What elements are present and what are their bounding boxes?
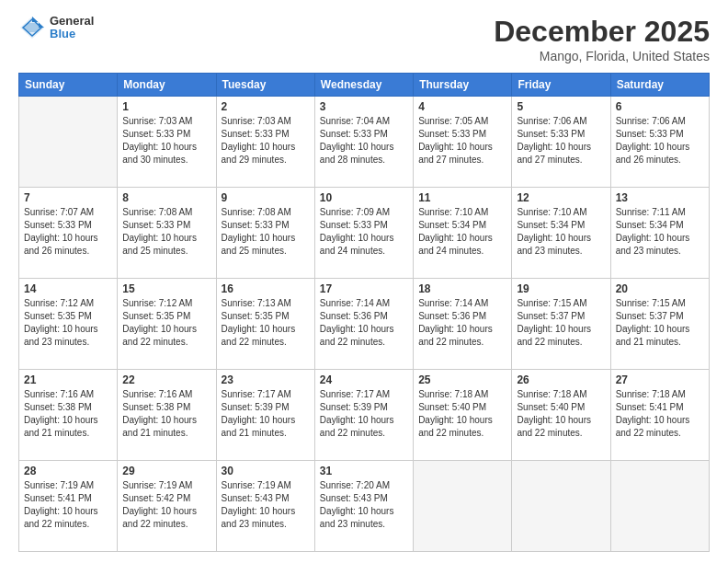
day-info: Sunrise: 7:17 AM Sunset: 5:39 PM Dayligh…	[222, 388, 310, 440]
table-row: 18Sunrise: 7:14 AM Sunset: 5:36 PM Dayli…	[414, 279, 512, 370]
day-info: Sunrise: 7:09 AM Sunset: 5:33 PM Dayligh…	[320, 206, 408, 258]
table-row	[610, 461, 709, 552]
table-row: 28Sunrise: 7:19 AM Sunset: 5:41 PM Dayli…	[19, 461, 118, 552]
logo-text: General Blue	[50, 15, 94, 41]
logo: General Blue	[18, 15, 94, 41]
table-row: 10Sunrise: 7:09 AM Sunset: 5:33 PM Dayli…	[314, 188, 413, 279]
logo-general: General	[50, 15, 94, 28]
table-row: 26Sunrise: 7:18 AM Sunset: 5:40 PM Dayli…	[512, 370, 610, 461]
table-row: 2Sunrise: 7:03 AM Sunset: 5:33 PM Daylig…	[216, 97, 314, 188]
day-number: 17	[320, 282, 408, 295]
col-sunday: Sunday	[19, 74, 118, 97]
day-number: 13	[616, 191, 704, 204]
day-number: 16	[222, 282, 310, 295]
day-number: 12	[517, 191, 605, 204]
day-info: Sunrise: 7:06 AM Sunset: 5:33 PM Dayligh…	[616, 115, 704, 167]
calendar-week-row: 21Sunrise: 7:16 AM Sunset: 5:38 PM Dayli…	[19, 370, 710, 461]
day-info: Sunrise: 7:13 AM Sunset: 5:35 PM Dayligh…	[222, 297, 310, 349]
day-info: Sunrise: 7:12 AM Sunset: 5:35 PM Dayligh…	[24, 297, 112, 349]
col-thursday: Thursday	[414, 74, 512, 97]
col-monday: Monday	[118, 74, 216, 97]
day-number: 5	[517, 100, 605, 113]
day-info: Sunrise: 7:12 AM Sunset: 5:35 PM Dayligh…	[122, 297, 210, 349]
table-row: 3Sunrise: 7:04 AM Sunset: 5:33 PM Daylig…	[314, 97, 413, 188]
page: General Blue December 2025 Mango, Florid…	[0, 0, 728, 563]
day-number: 22	[122, 373, 210, 386]
day-info: Sunrise: 7:04 AM Sunset: 5:33 PM Dayligh…	[320, 115, 408, 167]
table-row	[19, 97, 118, 188]
day-info: Sunrise: 7:06 AM Sunset: 5:33 PM Dayligh…	[517, 115, 605, 167]
day-info: Sunrise: 7:18 AM Sunset: 5:41 PM Dayligh…	[616, 388, 704, 440]
table-row: 4Sunrise: 7:05 AM Sunset: 5:33 PM Daylig…	[414, 97, 512, 188]
calendar-header-row: Sunday Monday Tuesday Wednesday Thursday…	[19, 74, 710, 97]
col-tuesday: Tuesday	[216, 74, 314, 97]
day-info: Sunrise: 7:19 AM Sunset: 5:43 PM Dayligh…	[222, 479, 310, 531]
day-number: 1	[122, 100, 210, 113]
day-number: 14	[24, 282, 112, 295]
day-info: Sunrise: 7:07 AM Sunset: 5:33 PM Dayligh…	[24, 206, 112, 258]
day-number: 7	[24, 191, 112, 204]
day-number: 6	[616, 100, 704, 113]
day-number: 26	[517, 373, 605, 386]
day-number: 11	[418, 191, 506, 204]
table-row: 5Sunrise: 7:06 AM Sunset: 5:33 PM Daylig…	[512, 97, 610, 188]
table-row: 29Sunrise: 7:19 AM Sunset: 5:42 PM Dayli…	[118, 461, 216, 552]
table-row: 17Sunrise: 7:14 AM Sunset: 5:36 PM Dayli…	[314, 279, 413, 370]
day-number: 10	[320, 191, 408, 204]
table-row: 27Sunrise: 7:18 AM Sunset: 5:41 PM Dayli…	[610, 370, 709, 461]
day-info: Sunrise: 7:03 AM Sunset: 5:33 PM Dayligh…	[222, 115, 310, 167]
title-block: December 2025 Mango, Florida, United Sta…	[494, 15, 710, 63]
table-row: 7Sunrise: 7:07 AM Sunset: 5:33 PM Daylig…	[19, 188, 118, 279]
table-row: 12Sunrise: 7:10 AM Sunset: 5:34 PM Dayli…	[512, 188, 610, 279]
day-number: 24	[320, 373, 408, 386]
calendar-week-row: 14Sunrise: 7:12 AM Sunset: 5:35 PM Dayli…	[19, 279, 710, 370]
day-info: Sunrise: 7:19 AM Sunset: 5:42 PM Dayligh…	[122, 479, 210, 531]
day-number: 18	[418, 282, 506, 295]
day-number: 9	[222, 191, 310, 204]
day-number: 23	[222, 373, 310, 386]
day-info: Sunrise: 7:08 AM Sunset: 5:33 PM Dayligh…	[222, 206, 310, 258]
day-info: Sunrise: 7:16 AM Sunset: 5:38 PM Dayligh…	[24, 388, 112, 440]
day-number: 25	[418, 373, 506, 386]
day-info: Sunrise: 7:08 AM Sunset: 5:33 PM Dayligh…	[122, 206, 210, 258]
day-number: 28	[24, 465, 112, 477]
table-row: 20Sunrise: 7:15 AM Sunset: 5:37 PM Dayli…	[610, 279, 709, 370]
day-number: 30	[222, 465, 310, 477]
day-number: 2	[222, 100, 310, 113]
calendar-week-row: 7Sunrise: 7:07 AM Sunset: 5:33 PM Daylig…	[19, 188, 710, 279]
table-row: 9Sunrise: 7:08 AM Sunset: 5:33 PM Daylig…	[216, 188, 314, 279]
table-row: 14Sunrise: 7:12 AM Sunset: 5:35 PM Dayli…	[19, 279, 118, 370]
day-number: 15	[122, 282, 210, 295]
day-info: Sunrise: 7:14 AM Sunset: 5:36 PM Dayligh…	[418, 297, 506, 349]
logo-icon	[18, 15, 46, 40]
day-info: Sunrise: 7:03 AM Sunset: 5:33 PM Dayligh…	[122, 115, 210, 167]
col-friday: Friday	[512, 74, 610, 97]
col-saturday: Saturday	[610, 74, 709, 97]
day-number: 4	[418, 100, 506, 113]
calendar-week-row: 28Sunrise: 7:19 AM Sunset: 5:41 PM Dayli…	[19, 461, 710, 552]
table-row: 1Sunrise: 7:03 AM Sunset: 5:33 PM Daylig…	[118, 97, 216, 188]
table-row	[414, 461, 512, 552]
table-row: 21Sunrise: 7:16 AM Sunset: 5:38 PM Dayli…	[19, 370, 118, 461]
day-info: Sunrise: 7:18 AM Sunset: 5:40 PM Dayligh…	[418, 388, 506, 440]
day-number: 21	[24, 373, 112, 386]
day-info: Sunrise: 7:15 AM Sunset: 5:37 PM Dayligh…	[616, 297, 704, 349]
day-number: 19	[517, 282, 605, 295]
table-row: 19Sunrise: 7:15 AM Sunset: 5:37 PM Dayli…	[512, 279, 610, 370]
table-row: 31Sunrise: 7:20 AM Sunset: 5:43 PM Dayli…	[314, 461, 413, 552]
day-info: Sunrise: 7:05 AM Sunset: 5:33 PM Dayligh…	[418, 115, 506, 167]
table-row: 11Sunrise: 7:10 AM Sunset: 5:34 PM Dayli…	[414, 188, 512, 279]
table-row	[512, 461, 610, 552]
day-info: Sunrise: 7:20 AM Sunset: 5:43 PM Dayligh…	[320, 479, 408, 531]
col-wednesday: Wednesday	[314, 74, 413, 97]
day-info: Sunrise: 7:10 AM Sunset: 5:34 PM Dayligh…	[517, 206, 605, 258]
table-row: 15Sunrise: 7:12 AM Sunset: 5:35 PM Dayli…	[118, 279, 216, 370]
day-info: Sunrise: 7:14 AM Sunset: 5:36 PM Dayligh…	[320, 297, 408, 349]
day-number: 27	[616, 373, 704, 386]
day-number: 8	[122, 191, 210, 204]
day-info: Sunrise: 7:17 AM Sunset: 5:39 PM Dayligh…	[320, 388, 408, 440]
table-row: 22Sunrise: 7:16 AM Sunset: 5:38 PM Dayli…	[118, 370, 216, 461]
day-info: Sunrise: 7:18 AM Sunset: 5:40 PM Dayligh…	[517, 388, 605, 440]
table-row: 23Sunrise: 7:17 AM Sunset: 5:39 PM Dayli…	[216, 370, 314, 461]
table-row: 6Sunrise: 7:06 AM Sunset: 5:33 PM Daylig…	[610, 97, 709, 188]
